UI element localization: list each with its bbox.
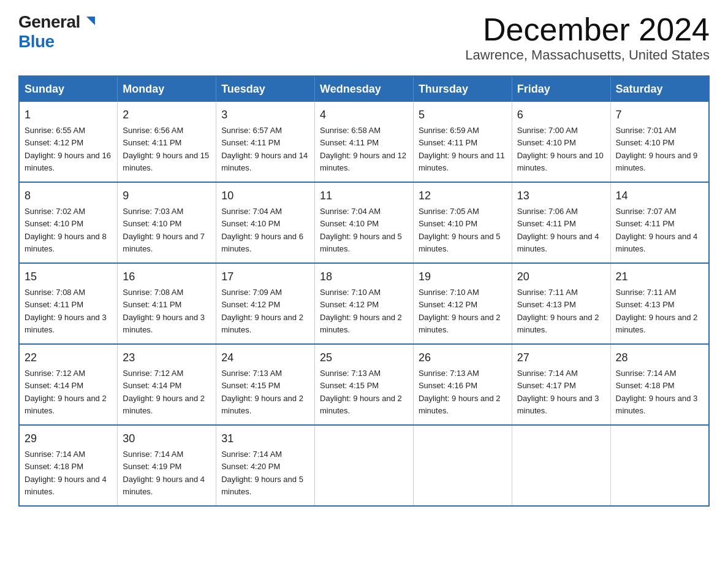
page-subtitle: Lawrence, Massachusetts, United States — [465, 47, 710, 63]
day-info: Sunrise: 7:13 AMSunset: 4:15 PMDaylight:… — [221, 369, 303, 415]
calendar-day-23: 23 Sunrise: 7:12 AMSunset: 4:14 PMDaylig… — [118, 344, 216, 425]
day-info: Sunrise: 6:57 AMSunset: 4:11 PMDaylight:… — [221, 126, 308, 172]
day-number: 25 — [320, 350, 408, 366]
day-number: 27 — [517, 350, 605, 366]
logo-arrow-icon — [84, 12, 97, 32]
day-number: 10 — [221, 188, 309, 204]
calendar-table: SundayMondayTuesdayWednesdayThursdayFrid… — [18, 75, 710, 507]
logo-blue-text: Blue — [18, 32, 55, 52]
day-number: 23 — [123, 350, 211, 366]
day-number: 1 — [25, 107, 112, 123]
day-info: Sunrise: 7:05 AMSunset: 4:10 PMDaylight:… — [419, 207, 501, 253]
day-number: 9 — [123, 188, 211, 204]
empty-cell — [512, 425, 610, 506]
calendar-day-15: 15 Sunrise: 7:08 AMSunset: 4:11 PMDaylig… — [19, 263, 118, 344]
calendar-day-18: 18 Sunrise: 7:10 AMSunset: 4:12 PMDaylig… — [315, 263, 414, 344]
day-number: 8 — [25, 188, 112, 204]
day-info: Sunrise: 7:13 AMSunset: 4:16 PMDaylight:… — [419, 369, 501, 415]
day-info: Sunrise: 7:10 AMSunset: 4:12 PMDaylight:… — [320, 288, 402, 334]
day-number: 18 — [320, 269, 408, 285]
calendar-day-2: 2 Sunrise: 6:56 AMSunset: 4:11 PMDayligh… — [118, 102, 216, 182]
day-info: Sunrise: 7:08 AMSunset: 4:11 PMDaylight:… — [25, 288, 107, 334]
day-info: Sunrise: 7:03 AMSunset: 4:10 PMDaylight:… — [123, 207, 205, 253]
logo-general-text: General — [18, 12, 80, 32]
empty-cell — [413, 425, 512, 506]
calendar-header-row: SundayMondayTuesdayWednesdayThursdayFrid… — [19, 76, 709, 102]
empty-cell — [315, 425, 414, 506]
day-number: 30 — [123, 431, 211, 447]
calendar-day-16: 16 Sunrise: 7:08 AMSunset: 4:11 PMDaylig… — [118, 263, 216, 344]
calendar-day-12: 12 Sunrise: 7:05 AMSunset: 4:10 PMDaylig… — [413, 182, 512, 263]
calendar-day-24: 24 Sunrise: 7:13 AMSunset: 4:15 PMDaylig… — [216, 344, 315, 425]
calendar-week-1: 1 Sunrise: 6:55 AMSunset: 4:12 PMDayligh… — [19, 102, 709, 182]
calendar-day-4: 4 Sunrise: 6:58 AMSunset: 4:11 PMDayligh… — [315, 102, 414, 182]
day-number: 14 — [616, 188, 703, 204]
calendar-week-5: 29 Sunrise: 7:14 AMSunset: 4:18 PMDaylig… — [19, 425, 709, 506]
day-info: Sunrise: 7:11 AMSunset: 4:13 PMDaylight:… — [517, 288, 599, 334]
logo: General Blue — [18, 12, 97, 52]
day-number: 2 — [123, 107, 211, 123]
logo-line1: General — [18, 12, 97, 32]
day-info: Sunrise: 7:11 AMSunset: 4:13 PMDaylight:… — [616, 288, 698, 334]
day-info: Sunrise: 7:10 AMSunset: 4:12 PMDaylight:… — [419, 288, 501, 334]
day-number: 16 — [123, 269, 211, 285]
calendar-day-6: 6 Sunrise: 7:00 AMSunset: 4:10 PMDayligh… — [512, 102, 610, 182]
calendar-day-20: 20 Sunrise: 7:11 AMSunset: 4:13 PMDaylig… — [512, 263, 610, 344]
day-info: Sunrise: 7:08 AMSunset: 4:11 PMDaylight:… — [123, 288, 205, 334]
page-header: General Blue December 2024 Lawrence, Mas… — [18, 12, 710, 63]
day-number: 15 — [25, 269, 112, 285]
day-info: Sunrise: 7:14 AMSunset: 4:18 PMDaylight:… — [616, 369, 698, 415]
day-number: 26 — [419, 350, 507, 366]
day-info: Sunrise: 6:58 AMSunset: 4:11 PMDaylight:… — [320, 126, 406, 172]
day-info: Sunrise: 7:09 AMSunset: 4:12 PMDaylight:… — [221, 288, 303, 334]
calendar-day-22: 22 Sunrise: 7:12 AMSunset: 4:14 PMDaylig… — [19, 344, 118, 425]
calendar-day-10: 10 Sunrise: 7:04 AMSunset: 4:10 PMDaylig… — [216, 182, 315, 263]
day-number: 4 — [320, 107, 408, 123]
calendar-day-5: 5 Sunrise: 6:59 AMSunset: 4:11 PMDayligh… — [413, 102, 512, 182]
calendar-day-17: 17 Sunrise: 7:09 AMSunset: 4:12 PMDaylig… — [216, 263, 315, 344]
day-info: Sunrise: 7:14 AMSunset: 4:19 PMDaylight:… — [123, 450, 205, 496]
calendar-day-26: 26 Sunrise: 7:13 AMSunset: 4:16 PMDaylig… — [413, 344, 512, 425]
day-info: Sunrise: 7:14 AMSunset: 4:18 PMDaylight:… — [25, 450, 107, 496]
logo-line2: Blue — [18, 32, 97, 52]
day-info: Sunrise: 7:14 AMSunset: 4:20 PMDaylight:… — [221, 450, 303, 496]
calendar-day-8: 8 Sunrise: 7:02 AMSunset: 4:10 PMDayligh… — [19, 182, 118, 263]
calendar-day-19: 19 Sunrise: 7:10 AMSunset: 4:12 PMDaylig… — [413, 263, 512, 344]
calendar-day-11: 11 Sunrise: 7:04 AMSunset: 4:10 PMDaylig… — [315, 182, 414, 263]
day-info: Sunrise: 6:59 AMSunset: 4:11 PMDaylight:… — [419, 126, 505, 172]
calendar-day-25: 25 Sunrise: 7:13 AMSunset: 4:15 PMDaylig… — [315, 344, 414, 425]
day-number: 5 — [419, 107, 507, 123]
day-info: Sunrise: 7:06 AMSunset: 4:11 PMDaylight:… — [517, 207, 599, 253]
day-info: Sunrise: 7:07 AMSunset: 4:11 PMDaylight:… — [616, 207, 698, 253]
day-number: 6 — [517, 107, 605, 123]
day-number: 17 — [221, 269, 309, 285]
calendar-day-9: 9 Sunrise: 7:03 AMSunset: 4:10 PMDayligh… — [118, 182, 216, 263]
day-number: 22 — [25, 350, 112, 366]
weekday-header-sunday: Sunday — [19, 76, 118, 102]
calendar-week-2: 8 Sunrise: 7:02 AMSunset: 4:10 PMDayligh… — [19, 182, 709, 263]
weekday-header-saturday: Saturday — [610, 76, 709, 102]
calendar-day-31: 31 Sunrise: 7:14 AMSunset: 4:20 PMDaylig… — [216, 425, 315, 506]
day-number: 19 — [419, 269, 507, 285]
calendar-week-3: 15 Sunrise: 7:08 AMSunset: 4:11 PMDaylig… — [19, 263, 709, 344]
day-number: 20 — [517, 269, 605, 285]
day-info: Sunrise: 7:12 AMSunset: 4:14 PMDaylight:… — [123, 369, 205, 415]
day-info: Sunrise: 7:04 AMSunset: 4:10 PMDaylight:… — [221, 207, 303, 253]
day-number: 21 — [616, 269, 703, 285]
calendar-day-1: 1 Sunrise: 6:55 AMSunset: 4:12 PMDayligh… — [19, 102, 118, 182]
day-number: 28 — [616, 350, 703, 366]
day-info: Sunrise: 7:00 AMSunset: 4:10 PMDaylight:… — [517, 126, 604, 172]
weekday-header-monday: Monday — [118, 76, 216, 102]
day-number: 13 — [517, 188, 605, 204]
day-info: Sunrise: 7:12 AMSunset: 4:14 PMDaylight:… — [25, 369, 107, 415]
day-info: Sunrise: 7:01 AMSunset: 4:10 PMDaylight:… — [616, 126, 698, 172]
day-number: 12 — [419, 188, 507, 204]
title-block: December 2024 Lawrence, Massachusetts, U… — [465, 12, 710, 63]
day-info: Sunrise: 7:02 AMSunset: 4:10 PMDaylight:… — [25, 207, 107, 253]
calendar-day-14: 14 Sunrise: 7:07 AMSunset: 4:11 PMDaylig… — [610, 182, 709, 263]
calendar-day-3: 3 Sunrise: 6:57 AMSunset: 4:11 PMDayligh… — [216, 102, 315, 182]
empty-cell — [610, 425, 709, 506]
day-number: 3 — [221, 107, 309, 123]
calendar-day-30: 30 Sunrise: 7:14 AMSunset: 4:19 PMDaylig… — [118, 425, 216, 506]
day-info: Sunrise: 7:04 AMSunset: 4:10 PMDaylight:… — [320, 207, 402, 253]
